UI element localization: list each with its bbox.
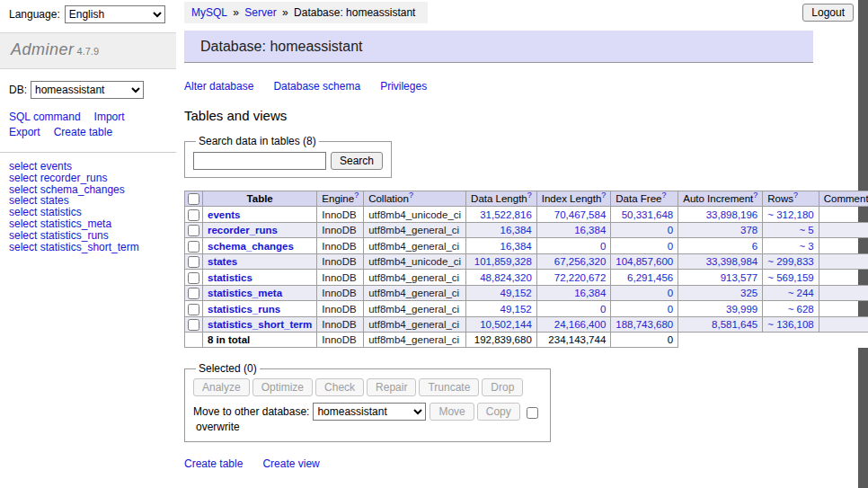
total-data-free-cell: 0 — [611, 333, 678, 348]
collation-cell: utf8mb4_unicode_ci — [364, 253, 466, 269]
table-name-link-statistics[interactable]: statistics — [208, 272, 252, 283]
column-header-label: Engine — [322, 193, 354, 204]
help-link[interactable]: ? — [753, 191, 757, 200]
table-total-row: 8 in totalInnoDButf8mb4_general_ci192,83… — [185, 333, 868, 348]
main-content: MySQL » Server » Database: homeassistant… — [184, 0, 813, 488]
create-table-link[interactable]: Create table — [184, 457, 243, 470]
total-data-length-cell: 192,839,680 — [466, 333, 537, 348]
language-select[interactable]: English — [65, 5, 165, 23]
help-link[interactable]: ? — [793, 191, 798, 200]
data-free-cell: 50,331,648 — [611, 207, 678, 222]
comment-cell — [819, 316, 868, 332]
index-length-cell: 16,384 — [536, 222, 611, 237]
table-name-link-statistics-meta[interactable]: statistics_meta — [208, 288, 282, 298]
row-checkbox-recorder-runs[interactable] — [188, 225, 199, 236]
rows-count-link-statistics-meta[interactable]: ~ 244 — [788, 288, 814, 298]
row-checkbox-schema-changes[interactable] — [188, 241, 199, 253]
table-name-cell: statistics — [203, 270, 317, 285]
column-header-engine: Engine? — [317, 191, 364, 207]
column-header-label: Data Free — [616, 193, 661, 204]
row-checkbox-statistics-short-term[interactable] — [188, 319, 199, 331]
search-input[interactable] — [193, 152, 326, 170]
data-length-cell: 31,522,816 — [466, 207, 537, 222]
rows-cell: ~ 244 — [763, 285, 819, 300]
help-link[interactable]: ? — [409, 191, 413, 200]
row-checkbox-events[interactable] — [188, 209, 199, 221]
move-row: Move to other database:homeassistantMove… — [193, 403, 542, 433]
data-free-cell: 0 — [611, 222, 678, 237]
help-link[interactable]: ? — [354, 191, 359, 200]
row-checkbox-statistics-meta[interactable] — [188, 288, 199, 299]
analyze-button[interactable]: Analyze — [193, 378, 250, 396]
search-button[interactable]: Search — [331, 152, 383, 170]
table-name-link-statistics-runs[interactable]: statistics_runs — [208, 304, 280, 315]
db-label: DB: — [9, 84, 27, 96]
move-db-select[interactable]: homeassistant — [313, 403, 426, 421]
table-name-cell: schema_changes — [203, 238, 317, 253]
breadcrumb-mysql[interactable]: MySQL — [191, 6, 227, 19]
table-name-link-events[interactable]: events — [208, 209, 240, 220]
table-link-statistics-short-term[interactable]: statistics_short_term — [40, 241, 139, 253]
select-all-cell — [185, 191, 203, 207]
select-link-statistics-short-term[interactable]: select — [9, 241, 37, 253]
sidebar-action-sql-command[interactable]: SQL command — [9, 111, 81, 123]
total-index-length-cell: 234,143,744 — [536, 333, 611, 348]
auto-increment-cell: 378 — [678, 222, 763, 237]
help-sup: ? — [793, 191, 798, 200]
sidebar-action-import[interactable]: Import — [94, 111, 125, 123]
truncate-button[interactable]: Truncate — [419, 378, 479, 396]
auto-increment-cell: 33,398,984 — [678, 253, 763, 269]
column-header-collation: Collation? — [364, 191, 466, 207]
privileges-link[interactable]: Privileges — [380, 80, 427, 93]
rows-cell: ~ 312,180 — [763, 207, 819, 222]
engine-cell: InnoDB — [317, 238, 364, 253]
rows-count-link-schema-changes[interactable]: ~ 3 — [799, 241, 813, 252]
rows-cell: ~ 3 — [763, 238, 819, 253]
breadcrumb-separator: » — [279, 6, 291, 19]
app-name-link[interactable]: Adminer — [11, 40, 75, 58]
table-name-link-states[interactable]: states — [208, 256, 237, 267]
optimize-button[interactable]: Optimize — [252, 378, 313, 396]
engine-cell: InnoDB — [317, 222, 364, 237]
rows-count-link-statistics-short-term[interactable]: ~ 136,108 — [767, 319, 813, 330]
help-link[interactable]: ? — [527, 191, 532, 200]
sidebar-action-export[interactable]: Export — [9, 126, 40, 138]
auto-increment-cell: 8,581,645 — [678, 316, 763, 332]
check-button[interactable]: Check — [315, 378, 364, 396]
drop-button[interactable]: Drop — [482, 378, 523, 396]
row-checkbox-statistics-runs[interactable] — [188, 304, 199, 315]
move-button[interactable]: Move — [430, 403, 474, 421]
table-row-statistics-short-term: statistics_short_termInnoDButf8mb4_gener… — [185, 316, 868, 332]
rows-cell: ~ 628 — [763, 301, 819, 316]
data-length-cell: 16,384 — [466, 238, 537, 253]
rows-count-link-statistics[interactable]: ~ 569,159 — [767, 272, 813, 283]
help-link[interactable]: ? — [661, 191, 666, 200]
rows-count-link-states[interactable]: ~ 299,833 — [767, 256, 813, 267]
language-label: Language: — [9, 8, 60, 21]
table-name-link-statistics-short-term[interactable]: statistics_short_term — [208, 319, 312, 330]
auto-increment-cell: 913,577 — [678, 270, 763, 285]
database-schema-link[interactable]: Database schema — [273, 80, 360, 93]
copy-button[interactable]: Copy — [477, 403, 520, 421]
rows-count-link-recorder-runs[interactable]: ~ 5 — [799, 225, 813, 235]
auto-increment-cell: 33,898,196 — [678, 207, 763, 222]
table-name-link-schema-changes[interactable]: schema_changes — [208, 241, 294, 252]
db-select[interactable]: homeassistant — [31, 81, 144, 99]
sidebar-action-create-table[interactable]: Create table — [54, 126, 112, 138]
data-free-cell: 0 — [611, 285, 678, 300]
rows-count-link-events[interactable]: ~ 312,180 — [767, 209, 813, 220]
row-checkbox-statistics[interactable] — [188, 272, 199, 284]
breadcrumb-server[interactable]: Server — [244, 6, 276, 19]
row-checkbox-states[interactable] — [188, 256, 199, 268]
overwrite-checkbox[interactable] — [527, 407, 538, 419]
alter-database-link[interactable]: Alter database — [184, 80, 253, 93]
table-name-link-recorder-runs[interactable]: recorder_runs — [208, 225, 278, 235]
help-link[interactable]: ? — [601, 191, 606, 200]
create-view-link[interactable]: Create view — [262, 457, 319, 470]
rows-count-link-statistics-runs[interactable]: ~ 628 — [788, 304, 814, 315]
total-engine-cell: InnoDB — [317, 333, 364, 348]
logout-button[interactable]: Logout — [802, 4, 854, 22]
repair-button[interactable]: Repair — [367, 378, 416, 396]
select-all-checkbox[interactable] — [188, 193, 199, 205]
table-row-schema-changes: schema_changesInnoDButf8mb4_general_ci16… — [185, 238, 868, 253]
